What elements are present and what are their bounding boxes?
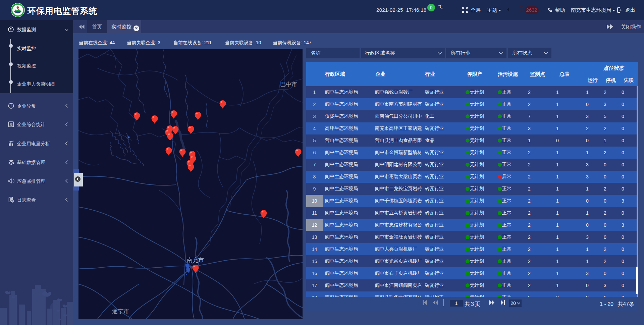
svg-text:巴中市: 巴中市 (280, 81, 297, 88)
svg-text:遂宁市: 遂宁市 (112, 308, 129, 315)
svg-text:奥: 奥 (9, 122, 13, 126)
svg-text:南充市: 南充市 (187, 257, 204, 263)
